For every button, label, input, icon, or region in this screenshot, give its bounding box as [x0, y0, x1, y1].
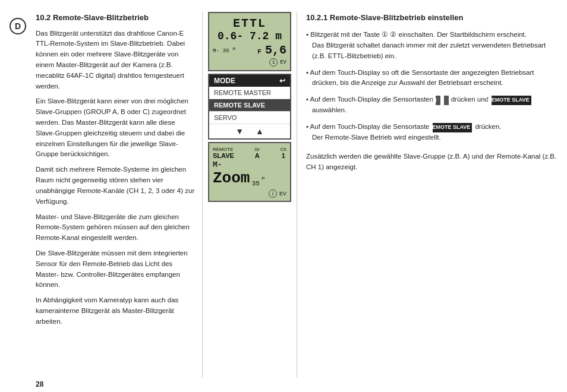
center-column: ETTL 0.6- 7.2 m M- 35 m F 5,6 i EV [202, 12, 297, 378]
zoom-info: M- 35 m [213, 46, 235, 54]
paragraph-6: In Abhängigkeit vom Kameratyp kann auch … [36, 295, 196, 327]
left-margin: D [0, 12, 36, 378]
slave-group-info: REMOTE SLAVE [213, 146, 234, 159]
info-icon-2: i [269, 189, 277, 198]
right-column: 10.2.1 Remote-Slave-Blitzbetrieb einstel… [297, 12, 567, 378]
ettl-label: ETTL [213, 17, 286, 30]
remote-slave-badge-2: REMOTE SLAVE [433, 123, 472, 132]
instruction-3-text: Auf dem Touch-Display die Sensortasten ◀… [310, 96, 533, 113]
zoom-unit: m [233, 46, 235, 51]
paragraph-1: Das Blitzgerät unterstützt das drahtlose… [36, 29, 196, 92]
lcd-bottom-row: M- 35 m F 5,6 [213, 43, 286, 57]
zoom-value: 35 [223, 48, 229, 54]
left-text-column: 10.2 Remote-Slave-Blitzbetrieb Das Blitz… [36, 12, 202, 378]
ev-label-2: EV [279, 191, 286, 197]
distance-display: 0.6- 7.2 m [213, 30, 286, 42]
info-icon: i [269, 58, 278, 67]
lcd-display-2: REMOTE SLAVE Gr A Ch 1 M- Zoom 35 m [208, 142, 291, 202]
ev-row: i EV [213, 58, 286, 67]
instruction-4-text: Auf dem Touch-Display die Sensortaste RE… [310, 123, 502, 141]
instruction-list: Blitzgerät mit der Taste ① ② einschalten… [306, 30, 558, 143]
instruction-2-text: Auf dem Touch-Display so oft die Sensort… [310, 69, 534, 87]
section-title: 10.2 Remote-Slave-Blitzbetrieb [36, 12, 196, 24]
nav-down-arrow[interactable]: ▼ [235, 127, 244, 136]
aperture-value: 5,6 [265, 43, 286, 57]
zoom-label-2: Zoom [213, 169, 250, 187]
zoom-unit-2: m [262, 175, 264, 181]
zoom-prefix: M- [213, 48, 219, 54]
additional-text: Zusätzlich werden die gewählte Slave-Gru… [306, 151, 558, 173]
aperture-prefix: F [257, 48, 262, 55]
paragraph-4: Master- und Slave-Blitzgeräte die zum gl… [36, 212, 196, 244]
return-icon: ↩ [279, 77, 285, 85]
paragraph-5: Die Slave-Blitzgeräte müssen mit dem int… [36, 248, 196, 290]
mode-nav: ▼ ▲ [209, 124, 290, 138]
instruction-3: Auf dem Touch-Display die Sensortasten ◀… [306, 94, 558, 116]
ch-label: Ch [281, 147, 286, 152]
paragraph-2: Ein Slave-Blitzgerät kann einer von drei… [36, 96, 196, 160]
page-footer: 28 [0, 378, 567, 392]
nav-up-arrow[interactable]: ▲ [256, 127, 264, 136]
mode-remote-slave[interactable]: REMOTE SLAVE [209, 99, 290, 112]
instruction-4: Auf dem Touch-Display die Sensortaste RE… [306, 122, 558, 143]
lcd2-bottom: i EV [213, 189, 286, 198]
subsection-title: 10.2.1 Remote-Slave-Blitzbetrieb einstel… [306, 12, 558, 24]
group-value: A [255, 152, 260, 159]
remote-slave-badge-1: REMOTE SLAVE [492, 96, 531, 105]
page-number: 28 [36, 380, 43, 388]
lcd-display-1: ETTL 0.6- 7.2 m M- 35 m F 5,6 i EV [208, 12, 291, 71]
aperture-display: F 5,6 [257, 43, 286, 57]
ev-label: EV [280, 59, 286, 65]
section-marker: D [10, 18, 26, 34]
right-arrow-badge: ▶ [444, 96, 449, 105]
lcd2-header: REMOTE SLAVE Gr A Ch 1 [213, 146, 286, 159]
slave-label: SLAVE [213, 152, 234, 159]
paragraph-3: Damit sich mehrere Remote-Systeme im gle… [36, 165, 196, 207]
lcd2-zoom-display: M- Zoom 35 m [213, 160, 286, 187]
mode-panel: MODE ↩ REMOTE MASTER REMOTE SLAVE SERVO … [208, 74, 291, 140]
channel-display: Ch 1 [281, 146, 286, 159]
group-label: Gr [254, 147, 260, 152]
mode-label: MODE [214, 77, 235, 85]
zoom-value-2: 35 [252, 180, 260, 187]
ch-value: 1 [282, 152, 285, 159]
mode-servo[interactable]: SERVO [209, 112, 290, 124]
instruction-2: Auf dem Touch-Display so oft die Sensort… [306, 68, 558, 89]
zoom-prefix-2: M- [213, 160, 222, 169]
mode-header: MODE ↩ [209, 75, 290, 87]
instruction-1-text: Blitzgerät mit der Taste ① ② einschalten… [310, 31, 546, 59]
mode-remote-master[interactable]: REMOTE MASTER [209, 87, 290, 99]
instruction-1: Blitzgerät mit der Taste ① ② einschalten… [306, 30, 558, 61]
remote-label: REMOTE [213, 147, 233, 152]
group-display: Gr A [254, 146, 260, 159]
